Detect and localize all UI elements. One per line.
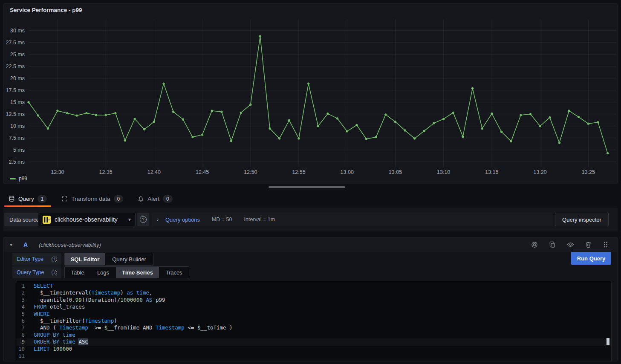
chart-point bbox=[442, 118, 445, 120]
datasource-row: Data source clickhouse-observability ▾ ?… bbox=[3, 208, 618, 231]
sql-line[interactable]: 3 quantile(0.99)(Duration)/1000000 AS p9… bbox=[16, 297, 611, 303]
chart-point bbox=[336, 117, 338, 119]
chart-point bbox=[346, 130, 348, 133]
sql-line[interactable]: 8GROUP BY time bbox=[16, 332, 611, 338]
query-type-logs[interactable]: Logs bbox=[90, 267, 116, 278]
x-tick-label: 13:25 bbox=[582, 169, 595, 175]
trash-icon[interactable] bbox=[585, 241, 592, 248]
chart-point bbox=[85, 112, 87, 114]
editor-type-switch: SQL Editor Query Builder bbox=[64, 253, 153, 266]
record-icon[interactable] bbox=[531, 241, 538, 248]
chart-legend[interactable]: p99 bbox=[10, 176, 27, 182]
sql-line[interactable]: 11 bbox=[16, 352, 611, 359]
y-tick-label: 5 ms bbox=[13, 147, 25, 153]
chart-point bbox=[47, 127, 49, 130]
x-tick-label: 13:20 bbox=[533, 169, 546, 175]
horizontal-scrollbar[interactable] bbox=[269, 186, 345, 188]
sql-line[interactable]: 9ORDER BY time ASC bbox=[16, 338, 611, 345]
sql-line[interactable]: 6 $__timeFilter(Timestamp) bbox=[16, 318, 611, 324]
chart-point bbox=[529, 113, 531, 115]
chart-point bbox=[491, 113, 493, 115]
sql-line[interactable]: 5WHERE bbox=[16, 311, 611, 318]
x-tick-label: 12:30 bbox=[51, 169, 64, 175]
query-type-traces[interactable]: Traces bbox=[159, 267, 189, 278]
chart-line bbox=[29, 36, 608, 153]
copy-icon[interactable] bbox=[549, 241, 556, 248]
indent-guide bbox=[34, 289, 34, 296]
x-tick-label: 12:45 bbox=[196, 169, 209, 175]
chart-point bbox=[471, 87, 474, 90]
editor-type-sql-editor[interactable]: SQL Editor bbox=[65, 253, 105, 265]
sql-line-code: WHERE bbox=[34, 311, 611, 318]
chart-point bbox=[404, 129, 406, 131]
chart-point bbox=[27, 101, 29, 103]
x-tick-label: 12:40 bbox=[147, 169, 161, 175]
indent-guide bbox=[34, 324, 34, 331]
datasource-help-button[interactable]: ? bbox=[137, 213, 149, 226]
y-tick-label: 30 ms bbox=[10, 28, 25, 34]
eye-icon[interactable] bbox=[567, 241, 574, 248]
x-tick-label: 13:05 bbox=[389, 169, 402, 175]
query-type-table[interactable]: Table bbox=[65, 267, 90, 278]
line-number: 9 bbox=[16, 338, 34, 345]
editor-type-query-builder[interactable]: Query Builder bbox=[105, 253, 153, 265]
sql-line[interactable]: 10LIMIT 100000 bbox=[16, 346, 611, 352]
chart-point bbox=[607, 152, 609, 154]
chart-point bbox=[510, 140, 512, 142]
tab-query[interactable]: Query 1 bbox=[4, 191, 51, 207]
datasource-picker-value: clickhouse-observability bbox=[55, 216, 124, 223]
line-number: 11 bbox=[16, 352, 34, 359]
tab-query-count: 1 bbox=[38, 195, 47, 203]
sql-line[interactable]: 1SELECT bbox=[16, 283, 611, 289]
editor-type-label: Editor Type i bbox=[12, 253, 61, 266]
sql-line[interactable]: 2 $__timeInterval(Timestamp) as time, bbox=[16, 289, 611, 296]
sql-line-code bbox=[34, 352, 611, 359]
chart-point bbox=[326, 113, 329, 115]
query-options-link[interactable]: Query options bbox=[165, 217, 200, 223]
tab-alert[interactable]: Alert 0 bbox=[133, 191, 176, 207]
indent-guide bbox=[34, 318, 34, 324]
y-tick-label: 27.5 ms bbox=[6, 40, 25, 46]
y-tick-label: 15 ms bbox=[10, 99, 25, 105]
chart-point bbox=[549, 116, 551, 118]
query-type-time-series[interactable]: Time Series bbox=[116, 267, 159, 278]
timeseries-panel: Service Performance - p99 2.5 ms5 ms7.5 … bbox=[3, 3, 618, 184]
chart-point bbox=[500, 131, 503, 133]
query-editor-tabs: Query 1 Transform data 0 Alert 0 bbox=[4, 191, 177, 207]
chart-point bbox=[201, 133, 203, 136]
drag-grip-icon[interactable] bbox=[603, 241, 609, 248]
chart-point bbox=[240, 112, 242, 114]
sql-line[interactable]: 7 AND ( Timestamp >= $__fromTime AND Tim… bbox=[16, 324, 611, 331]
sql-line-code: quantile(0.99)(Duration)/1000000 AS p99 bbox=[34, 297, 611, 303]
query-options-bar[interactable]: › Query options MD = 50 Interval = 1m bbox=[152, 213, 553, 226]
chart-point bbox=[298, 137, 300, 139]
line-number: 3 bbox=[16, 297, 34, 303]
chart-point bbox=[114, 112, 116, 114]
sql-line-code: FROM otel_traces bbox=[34, 303, 611, 310]
datasource-picker[interactable]: clickhouse-observability ▾ bbox=[38, 213, 136, 226]
clickhouse-logo-icon bbox=[43, 216, 51, 224]
sql-line[interactable]: 4FROM otel_traces bbox=[16, 303, 611, 310]
info-icon[interactable]: i bbox=[52, 270, 57, 275]
collapse-chevron-icon[interactable]: ▾ bbox=[10, 242, 20, 248]
sql-code-editor[interactable]: 1SELECT2 $__timeInterval(Timestamp) as t… bbox=[16, 281, 612, 361]
database-icon bbox=[9, 196, 15, 202]
chart-point bbox=[211, 110, 213, 112]
query-row-header[interactable]: ▾ A (clickhouse-observability) bbox=[4, 237, 617, 252]
chart-point bbox=[365, 138, 367, 140]
chart-point bbox=[191, 136, 194, 138]
chart-point bbox=[355, 124, 358, 126]
tab-transform-data[interactable]: Transform data 0 bbox=[57, 191, 127, 207]
query-inspector-button[interactable]: Query inspector bbox=[555, 213, 609, 226]
chart-point bbox=[413, 137, 416, 139]
run-query-button[interactable]: Run Query bbox=[571, 252, 611, 265]
chart-point bbox=[76, 115, 78, 117]
x-tick-label: 12:35 bbox=[99, 169, 113, 175]
tab-query-label: Query bbox=[18, 196, 34, 202]
tab-alert-count: 0 bbox=[163, 195, 173, 203]
info-icon[interactable]: i bbox=[52, 257, 57, 262]
line-number: 2 bbox=[16, 289, 34, 296]
line-number: 6 bbox=[16, 318, 34, 324]
y-tick-label: 12.5 ms bbox=[6, 111, 25, 117]
query-type-label: Query Type i bbox=[12, 266, 61, 278]
